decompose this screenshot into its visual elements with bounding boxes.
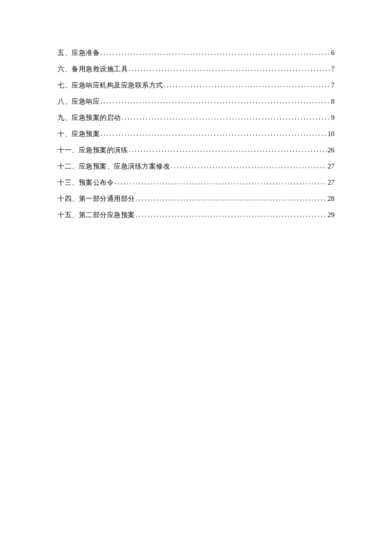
- toc-dot-leader: [129, 146, 327, 153]
- toc-entry: 七、应急响应机构及应急联系方式 7: [58, 82, 334, 89]
- toc-entry-title: 七、应急响应机构及应急联系方式: [58, 82, 163, 89]
- toc-entry-title: 十四、第一部分通用部分: [58, 195, 135, 202]
- toc-dot-leader: [115, 179, 327, 186]
- toc-entry: 八、应急响应 8: [58, 98, 334, 105]
- table-of-contents: 五、应急准备 6 六、备用急救设施工具 7 七、应急响应机构及应急联系方式 7 …: [58, 49, 334, 218]
- toc-entry: 十四、第一部分通用部分 28: [58, 195, 334, 202]
- toc-entry-page: 29: [328, 212, 334, 218]
- toc-dot-leader: [171, 163, 327, 169]
- toc-entry-page: 28: [328, 195, 334, 202]
- toc-entry: 十一、应急预案的演练 26: [58, 147, 334, 154]
- toc-entry-title: 十三、预案公布令: [58, 179, 114, 186]
- toc-dot-leader: [101, 130, 327, 137]
- toc-entry-page: 27: [328, 163, 334, 170]
- toc-entry: 十五、第二部分应急预案 29: [58, 212, 334, 218]
- toc-dot-leader: [122, 114, 331, 121]
- toc-dot-leader: [101, 98, 330, 105]
- toc-dot-leader: [136, 211, 327, 218]
- toc-entry-title: 十五、第二部分应急预案: [58, 212, 135, 218]
- toc-dot-leader: [164, 81, 331, 88]
- toc-entry-title: 五、应急准备: [58, 49, 100, 56]
- toc-entry: 六、备用急救设施工具 7: [58, 66, 334, 73]
- toc-entry: 九、应急预案的启动 9: [58, 114, 334, 121]
- toc-entry: 十三、预案公布令 27: [58, 179, 334, 186]
- toc-entry-title: 八、应急响应: [58, 98, 100, 105]
- toc-entry-title: 十一、应急预案的演练: [58, 147, 128, 154]
- toc-entry-page: 6: [331, 49, 334, 56]
- toc-entry-page: 10: [328, 131, 334, 137]
- toc-entry: 十、应急预案 10: [58, 131, 334, 137]
- toc-entry-page: 9: [331, 114, 334, 121]
- toc-entry: 五、应急准备 6: [58, 49, 334, 56]
- toc-entry-title: 十、应急预案: [58, 131, 100, 137]
- toc-entry-title: 九、应急预案的启动: [58, 114, 121, 121]
- toc-dot-leader: [136, 195, 327, 202]
- toc-entry-title: 十二、应急预案、应急演练方案修改: [58, 163, 170, 170]
- toc-entry-page: 7: [331, 82, 334, 89]
- toc-entry-page: 26: [328, 147, 334, 154]
- toc-entry-page: 7: [331, 66, 334, 73]
- toc-entry-page: 8: [331, 98, 334, 105]
- toc-dot-leader: [129, 65, 330, 72]
- toc-dot-leader: [101, 49, 330, 56]
- toc-entry-page: 27: [328, 179, 334, 186]
- toc-entry: 十二、应急预案、应急演练方案修改 27: [58, 163, 334, 170]
- toc-entry-title: 六、备用急救设施工具: [58, 66, 128, 73]
